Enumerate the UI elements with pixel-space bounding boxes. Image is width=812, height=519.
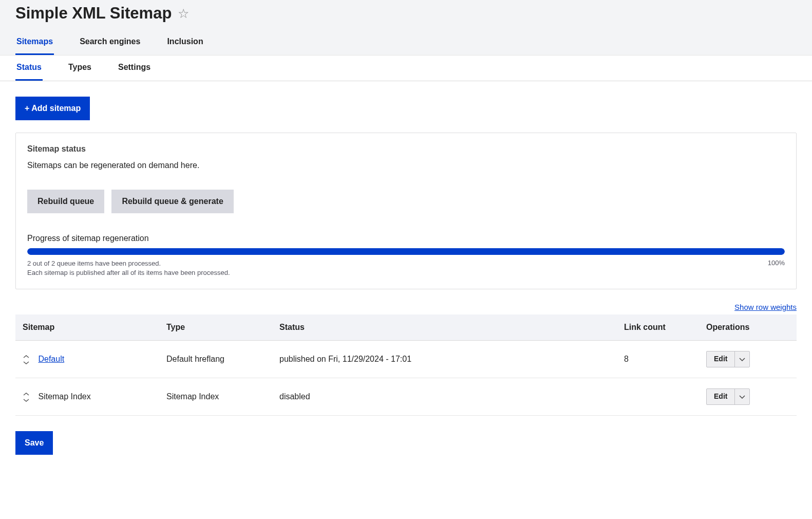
progress-text-line1: 2 out of 2 queue items have been process… [27, 259, 230, 268]
cell-type: Default hreflang [159, 341, 272, 378]
sitemap-name: Sitemap Index [38, 392, 90, 401]
th-link-count: Link count [617, 314, 699, 341]
primary-tabs: Sitemaps Search engines Inclusion [15, 32, 797, 55]
cell-linkcount: 8 [617, 341, 699, 378]
rebuild-queue-button[interactable]: Rebuild queue [27, 190, 104, 213]
cell-status: disabled [272, 378, 617, 416]
sitemap-status-fieldset: Sitemap status Sitemaps can be regenerat… [15, 133, 797, 289]
operations-dropbutton: Edit [706, 351, 750, 367]
operations-dropbutton: Edit [706, 388, 750, 405]
table-row: Default Default hreflang published on Fr… [15, 341, 797, 378]
progress-label: Progress of sitemap regeneration [27, 234, 785, 243]
sitemaps-table: Sitemap Type Status Link count Operation… [15, 314, 797, 416]
th-sitemap: Sitemap [15, 314, 159, 341]
tab-search-engines[interactable]: Search engines [79, 32, 141, 55]
th-type: Type [159, 314, 272, 341]
operations-toggle[interactable] [735, 351, 749, 367]
save-button[interactable]: Save [15, 431, 53, 455]
subtab-status[interactable]: Status [15, 55, 43, 81]
edit-button[interactable]: Edit [707, 351, 735, 367]
th-operations: Operations [699, 314, 797, 341]
cell-status: published on Fri, 11/29/2024 - 17:01 [272, 341, 617, 378]
subtab-types[interactable]: Types [67, 55, 92, 81]
progress-percent: 100% [768, 259, 785, 277]
show-row-weights-link[interactable]: Show row weights [734, 303, 797, 311]
progress-text-line2: Each sitemap is published after all of i… [27, 268, 230, 277]
chevron-down-icon [739, 355, 745, 364]
star-icon[interactable]: ☆ [178, 6, 189, 21]
cell-type: Sitemap Index [159, 378, 272, 416]
tab-inclusion[interactable]: Inclusion [166, 32, 204, 55]
sitemap-link-default[interactable]: Default [38, 355, 64, 363]
subtab-settings[interactable]: Settings [117, 55, 152, 81]
chevron-down-icon [739, 392, 745, 401]
operations-toggle[interactable] [735, 389, 749, 404]
fieldset-description: Sitemaps can be regenerated on demand he… [27, 161, 785, 170]
progress-bar-fill [27, 248, 785, 255]
table-row: Sitemap Index Sitemap Index disabled Edi… [15, 378, 797, 416]
page-title: Simple XML Sitemap [15, 4, 172, 23]
cell-linkcount [617, 378, 699, 416]
drag-handle-icon[interactable] [23, 355, 31, 364]
add-sitemap-button[interactable]: + Add sitemap [15, 97, 90, 120]
edit-button[interactable]: Edit [707, 389, 735, 404]
tab-sitemaps[interactable]: Sitemaps [15, 32, 54, 55]
progress-bar [27, 248, 785, 255]
secondary-tabs: Status Types Settings [0, 55, 812, 81]
th-status: Status [272, 314, 617, 341]
drag-handle-icon[interactable] [23, 393, 31, 402]
fieldset-title: Sitemap status [27, 144, 785, 154]
rebuild-queue-generate-button[interactable]: Rebuild queue & generate [111, 190, 233, 213]
